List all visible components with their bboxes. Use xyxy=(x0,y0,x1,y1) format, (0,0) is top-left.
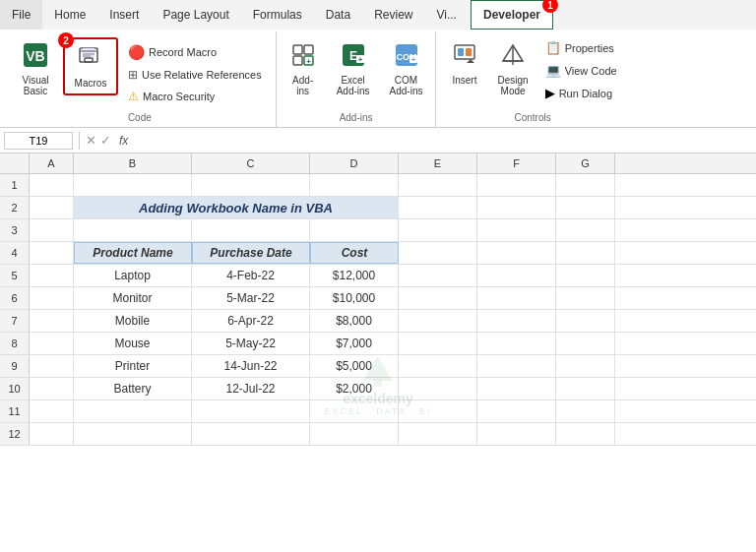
cell-f12[interactable] xyxy=(477,423,556,445)
tab-home[interactable]: Home xyxy=(42,0,97,30)
cell-e9[interactable] xyxy=(399,355,477,377)
cell-c11[interactable] xyxy=(192,400,310,422)
cell-c12[interactable] xyxy=(192,423,310,445)
cell-c1[interactable] xyxy=(192,174,310,196)
cell-a4[interactable] xyxy=(30,242,74,264)
cell-b10[interactable]: Battery xyxy=(74,378,192,399)
cell-g7[interactable] xyxy=(556,310,615,332)
cell-b9[interactable]: Printer xyxy=(74,355,192,377)
view-code-button[interactable]: 💻 View Code xyxy=(539,60,623,81)
cell-a12[interactable] xyxy=(30,423,74,445)
macro-security-button[interactable]: ⚠ Macro Security xyxy=(122,87,268,106)
cell-c6[interactable]: 5-Mar-22 xyxy=(192,287,310,309)
cancel-icon[interactable]: ✕ xyxy=(86,133,96,148)
run-dialog-button[interactable]: ▶ Run Dialog xyxy=(539,83,623,103)
cell-d4-header[interactable]: Cost xyxy=(310,242,399,264)
cell-e1[interactable] xyxy=(399,174,477,196)
cell-c8[interactable]: 5-May-22 xyxy=(192,333,310,354)
cell-e11[interactable] xyxy=(399,400,477,422)
com-add-ins-button[interactable]: COM + COMAdd-ins xyxy=(383,37,430,100)
cell-g9[interactable] xyxy=(556,355,615,377)
cell-e10[interactable] xyxy=(399,378,477,399)
insert-button[interactable]: Insert xyxy=(442,37,486,90)
cell-reference-input[interactable] xyxy=(4,132,73,150)
cell-a3[interactable] xyxy=(30,219,74,241)
cell-f1[interactable] xyxy=(477,174,556,196)
col-header-f[interactable]: F xyxy=(477,153,556,173)
cell-f6[interactable] xyxy=(477,287,556,309)
cell-e4[interactable] xyxy=(399,242,477,264)
cell-f11[interactable] xyxy=(477,400,556,422)
cell-b8[interactable]: Mouse xyxy=(74,333,192,354)
visual-basic-button[interactable]: VB VisualBasic xyxy=(12,37,59,100)
add-ins-button[interactable]: + Add-ins xyxy=(283,37,324,100)
cell-a6[interactable] xyxy=(30,287,74,309)
cell-b12[interactable] xyxy=(74,423,192,445)
cell-g3[interactable] xyxy=(556,219,615,241)
use-relative-button[interactable]: ⊞ Use Relative References xyxy=(122,65,268,85)
excel-add-ins-button[interactable]: E + ExcelAdd-ins xyxy=(330,37,377,100)
cell-e5[interactable] xyxy=(399,265,477,286)
cell-f8[interactable] xyxy=(477,333,556,354)
cell-a1[interactable] xyxy=(30,174,74,196)
cell-b6[interactable]: Monitor xyxy=(74,287,192,309)
cell-e7[interactable] xyxy=(399,310,477,332)
cell-f10[interactable] xyxy=(477,378,556,399)
tab-file[interactable]: File xyxy=(0,0,42,30)
cell-a11[interactable] xyxy=(30,400,74,422)
cell-d7[interactable]: $8,000 xyxy=(310,310,399,332)
tab-page-layout[interactable]: Page Layout xyxy=(151,0,240,30)
tab-insert[interactable]: Insert xyxy=(97,0,151,30)
cell-d11[interactable] xyxy=(310,400,399,422)
cell-b2-title[interactable]: Adding Workbook Name in VBA xyxy=(74,197,399,218)
cell-d9[interactable]: $5,000 xyxy=(310,355,399,377)
formula-input[interactable] xyxy=(132,134,752,148)
col-header-e[interactable]: E xyxy=(399,153,477,173)
cell-g6[interactable] xyxy=(556,287,615,309)
cell-f2[interactable] xyxy=(477,197,556,218)
cell-g12[interactable] xyxy=(556,423,615,445)
cell-g11[interactable] xyxy=(556,400,615,422)
cell-b5[interactable]: Laptop xyxy=(74,265,192,286)
cell-c9[interactable]: 14-Jun-22 xyxy=(192,355,310,377)
cell-b3[interactable] xyxy=(74,219,192,241)
cell-a7[interactable] xyxy=(30,310,74,332)
tab-review[interactable]: Review xyxy=(362,0,424,30)
cell-b7[interactable]: Mobile xyxy=(74,310,192,332)
macros-button[interactable]: Macros xyxy=(67,41,114,92)
tab-data[interactable]: Data xyxy=(314,0,362,30)
col-header-a[interactable]: A xyxy=(30,153,74,173)
cell-g4[interactable] xyxy=(556,242,615,264)
cell-d1[interactable] xyxy=(310,174,399,196)
cell-e3[interactable] xyxy=(399,219,477,241)
cell-d10[interactable]: $2,000 xyxy=(310,378,399,399)
cell-e12[interactable] xyxy=(399,423,477,445)
cell-c10[interactable]: 12-Jul-22 xyxy=(192,378,310,399)
cell-a8[interactable] xyxy=(30,333,74,354)
cell-c4-header[interactable]: Purchase Date xyxy=(192,242,310,264)
cell-f3[interactable] xyxy=(477,219,556,241)
cell-g10[interactable] xyxy=(556,378,615,399)
cell-g2[interactable] xyxy=(556,197,615,218)
cell-f4[interactable] xyxy=(477,242,556,264)
cell-a10[interactable] xyxy=(30,378,74,399)
cell-f9[interactable] xyxy=(477,355,556,377)
cell-d5[interactable]: $12,000 xyxy=(310,265,399,286)
cell-d6[interactable]: $10,000 xyxy=(310,287,399,309)
cell-a9[interactable] xyxy=(30,355,74,377)
cell-d3[interactable] xyxy=(310,219,399,241)
cell-c7[interactable]: 6-Apr-22 xyxy=(192,310,310,332)
col-header-c[interactable]: C xyxy=(192,153,310,173)
cell-e2[interactable] xyxy=(399,197,477,218)
col-header-d[interactable]: D xyxy=(310,153,399,173)
cell-e6[interactable] xyxy=(399,287,477,309)
tab-formulas[interactable]: Formulas xyxy=(241,0,314,30)
cell-b1[interactable] xyxy=(74,174,192,196)
cell-b11[interactable] xyxy=(74,400,192,422)
col-header-g[interactable]: G xyxy=(556,153,615,173)
cell-d8[interactable]: $7,000 xyxy=(310,333,399,354)
col-header-b[interactable]: B xyxy=(74,153,192,173)
cell-c5[interactable]: 4-Feb-22 xyxy=(192,265,310,286)
cell-f5[interactable] xyxy=(477,265,556,286)
cell-g1[interactable] xyxy=(556,174,615,196)
